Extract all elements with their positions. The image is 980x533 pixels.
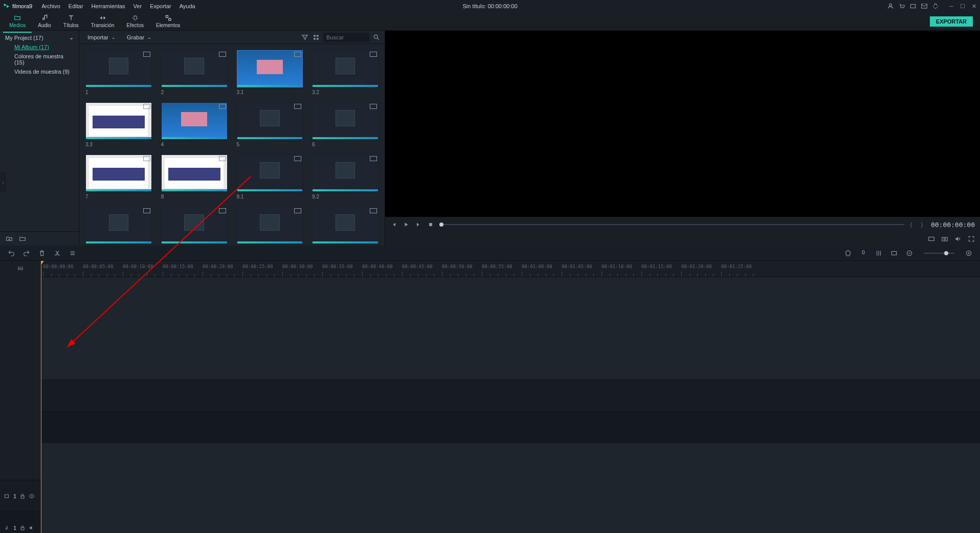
media-clip[interactable]	[312, 207, 378, 246]
menu-ayuda[interactable]: Ayuda	[175, 1, 199, 11]
media-clip[interactable]: 9.2	[312, 154, 378, 199]
menu-herramientas[interactable]: Herramientas	[87, 1, 129, 11]
playhead[interactable]	[41, 261, 41, 533]
elements-icon	[164, 14, 172, 21]
audio-track-row[interactable]	[41, 411, 980, 443]
audio-track-header[interactable]: 1	[0, 512, 41, 533]
media-clip[interactable]	[161, 207, 228, 246]
zoom-in-icon[interactable]	[965, 249, 973, 257]
delete-icon[interactable]	[38, 249, 46, 257]
preview-viewport[interactable]	[385, 31, 980, 217]
record-dropdown[interactable]: Grabar ⌄	[123, 33, 155, 42]
speaker-icon[interactable]	[29, 525, 35, 531]
sidebar-item-videos[interactable]: Videos de muestra (9)	[0, 67, 79, 76]
minimize-button[interactable]: ─	[948, 3, 954, 9]
eye-icon[interactable]	[29, 493, 35, 499]
preview-scrubber[interactable]	[439, 224, 904, 225]
markers-icon[interactable]: { }	[909, 221, 926, 228]
tab-transicion[interactable]: Transición	[85, 13, 121, 29]
menu-archivo[interactable]: Archivo	[37, 1, 64, 11]
media-clip[interactable]: 6	[312, 102, 378, 147]
account-icon[interactable]	[887, 3, 894, 10]
mixer-icon[interactable]	[875, 249, 883, 257]
timeline: 1 1 00:00:00:0000:00:05:0000:00:10:0000:…	[0, 246, 980, 533]
search-input[interactable]	[323, 33, 369, 42]
project-title: Sin título: 00:00:00:00	[462, 3, 517, 9]
filter-icon[interactable]	[301, 33, 309, 41]
media-clip[interactable]: 3.3	[85, 102, 152, 147]
redo-icon[interactable]	[23, 249, 31, 257]
render-icon[interactable]	[890, 249, 898, 257]
media-clip[interactable]: 3.2	[312, 50, 378, 95]
folder-icon-2[interactable]	[18, 235, 27, 243]
sidebar-item-album[interactable]: Mi Album (17)	[0, 42, 79, 52]
effects-store-icon[interactable]	[909, 3, 917, 10]
volume-icon[interactable]	[954, 235, 962, 242]
sidebar-collapse[interactable]: ‹	[0, 172, 6, 192]
prev-frame-icon[interactable]	[390, 221, 397, 228]
voiceover-icon[interactable]	[859, 249, 867, 257]
grid-view-icon[interactable]	[312, 33, 320, 41]
import-dropdown[interactable]: Importar ⌄	[83, 33, 120, 42]
message-icon[interactable]	[921, 3, 928, 10]
svg-point-24	[31, 495, 33, 497]
media-clip[interactable]	[237, 207, 303, 246]
quality-icon[interactable]	[928, 235, 935, 242]
sidebar-item-colores[interactable]: Colores de muestra (15)	[0, 52, 79, 67]
next-frame-icon[interactable]	[415, 221, 422, 228]
timeline-ruler[interactable]: 00:00:00:0000:00:05:0000:00:10:0000:00:1…	[41, 261, 980, 277]
adjust-icon[interactable]	[69, 249, 77, 257]
video-track-row[interactable]	[41, 380, 980, 411]
media-clip[interactable]: 5	[237, 102, 303, 147]
preview-time: 00:00:00:00	[931, 221, 975, 229]
media-clip[interactable]: 1	[85, 50, 152, 95]
media-clip[interactable]: 3.1	[237, 50, 303, 95]
video-track-header[interactable]: 1	[0, 480, 41, 512]
ruler-mark: 00:01:00:00	[522, 264, 552, 269]
tracks-area[interactable]: 00:00:00:0000:00:05:0000:00:10:0000:00:1…	[41, 261, 980, 533]
zoom-slider[interactable]	[924, 253, 954, 254]
media-clip[interactable]	[85, 207, 152, 246]
play-icon[interactable]	[403, 221, 410, 228]
media-clip[interactable]: 7	[85, 154, 152, 199]
tab-audio[interactable]: Audio	[32, 13, 57, 29]
fullscreen-icon[interactable]	[968, 235, 975, 242]
ruler-mark: 00:01:10:00	[602, 264, 632, 269]
effects-icon	[131, 14, 139, 21]
maximize-button[interactable]: ☐	[960, 3, 966, 9]
menu-editar[interactable]: Editar	[64, 1, 87, 11]
stop-icon[interactable]	[427, 221, 434, 228]
ruler-mark: 00:00:30:00	[282, 264, 313, 269]
zoom-out-icon[interactable]	[905, 249, 914, 257]
new-folder-icon[interactable]	[5, 235, 13, 243]
snapshot-icon[interactable]	[941, 235, 948, 242]
tab-titulos[interactable]: Títulos	[57, 13, 85, 29]
split-icon[interactable]	[53, 249, 61, 257]
marker-icon[interactable]	[844, 249, 852, 257]
tab-medios[interactable]: Medios	[3, 13, 32, 29]
tab-elementos[interactable]: Elementos	[150, 13, 186, 29]
transition-icon	[99, 14, 107, 21]
search-icon[interactable]	[372, 33, 381, 41]
mic-icon[interactable]	[932, 3, 939, 10]
undo-icon[interactable]	[7, 249, 15, 257]
ruler-mark: 00:00:05:00	[83, 264, 114, 269]
ruler-mark: 00:01:05:00	[562, 264, 592, 269]
close-button[interactable]: ✕	[971, 3, 977, 9]
track-manager-icon[interactable]	[16, 265, 25, 273]
tab-efectos[interactable]: Efectos	[121, 13, 150, 29]
lock-icon[interactable]	[19, 493, 26, 499]
menu-ver[interactable]: Ver	[129, 1, 146, 11]
cart-icon[interactable]	[898, 3, 905, 10]
media-clip[interactable]: 2	[161, 50, 228, 95]
lock-icon[interactable]	[19, 525, 26, 531]
sidebar-project[interactable]: My Project (17) ⌄	[0, 33, 79, 42]
svg-rect-8	[317, 38, 319, 40]
media-clip[interactable]: 8	[161, 154, 228, 199]
media-clip[interactable]: 9.1	[237, 154, 303, 199]
media-clip[interactable]: 4	[161, 102, 228, 147]
export-button[interactable]: EXPORTAR	[930, 16, 973, 27]
svg-rect-16	[862, 250, 864, 254]
menu-exportar[interactable]: Exportar	[146, 1, 175, 11]
svg-rect-20	[18, 267, 23, 268]
